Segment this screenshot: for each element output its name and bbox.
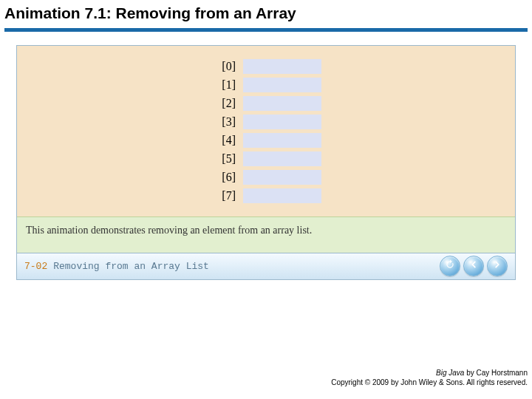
array-index-label: [3] xyxy=(211,115,236,129)
array-row: [1] xyxy=(211,78,321,92)
array-cell xyxy=(243,115,321,129)
array-index-label: [5] xyxy=(211,152,236,166)
arrow-right-icon xyxy=(492,259,502,273)
array-row: [3] xyxy=(211,115,321,129)
arrow-left-icon xyxy=(468,259,479,273)
footer-copyright: Copyright © 2009 by John Wiley & Sons. A… xyxy=(331,378,528,388)
array-cell xyxy=(243,151,321,166)
array-cell xyxy=(243,78,321,92)
array-index-label: [2] xyxy=(211,97,236,110)
title-area: Animation 7.1: Removing from an Array xyxy=(0,0,532,24)
array-row: [0] xyxy=(211,59,321,74)
array-row: [7] xyxy=(211,188,321,203)
array-cell xyxy=(243,170,321,185)
byline-rest: by Cay Horstmann xyxy=(464,369,528,377)
next-button[interactable] xyxy=(487,256,508,276)
array-index-label: [0] xyxy=(211,60,236,73)
array-row: [4] xyxy=(211,133,321,148)
array-row: [5] xyxy=(211,151,321,166)
animation-panel: [0] [1] [2] [3] [4] [5] [6] [7] xyxy=(16,45,516,280)
footer: Big Java by Cay Horstmann Copyright © 20… xyxy=(331,369,528,387)
array-area: [0] [1] [2] [3] [4] [5] [6] [7] xyxy=(17,46,515,216)
array-index-label: [4] xyxy=(211,134,236,147)
array-cell xyxy=(243,188,321,203)
nav-code: 7-02 xyxy=(24,261,47,272)
description-area: This animation demonstrates removing an … xyxy=(17,216,515,253)
array-row: [6] xyxy=(211,170,321,185)
nav-bar: 7-02 Removing from an Array List xyxy=(17,253,515,279)
reload-icon xyxy=(445,259,455,273)
array-cell xyxy=(243,59,321,74)
array-cell xyxy=(243,96,321,111)
nav-title: Removing from an Array List xyxy=(53,261,209,272)
page-title: Animation 7.1: Removing from an Array xyxy=(4,4,528,22)
description-text: This animation demonstrates removing an … xyxy=(26,225,506,236)
array-index-label: [6] xyxy=(211,171,236,184)
array-index-label: [1] xyxy=(211,78,236,92)
spacer xyxy=(0,32,532,45)
array-index-label: [7] xyxy=(211,189,236,202)
reload-button[interactable] xyxy=(440,256,460,276)
array-row: [2] xyxy=(211,96,321,111)
book-title: Big Java xyxy=(436,369,464,377)
footer-attribution: Big Java by Cay Horstmann xyxy=(331,369,528,378)
prev-button[interactable] xyxy=(463,256,484,276)
array-cell xyxy=(243,133,321,148)
nav-buttons xyxy=(440,256,508,276)
